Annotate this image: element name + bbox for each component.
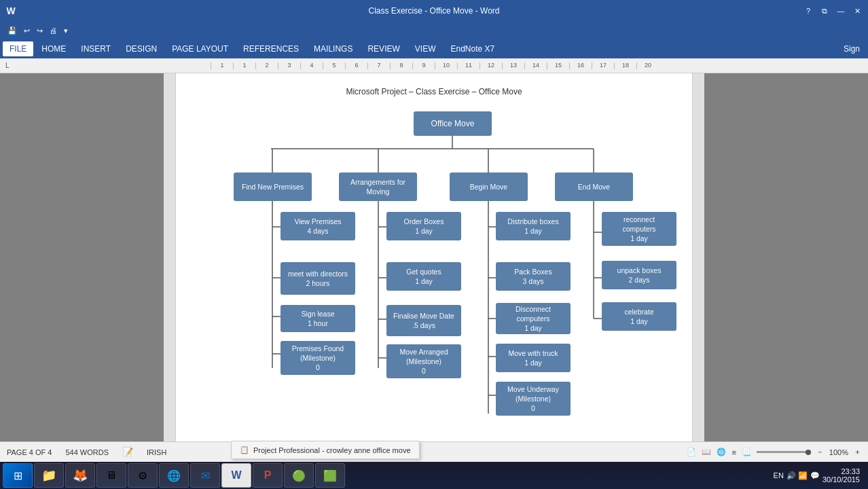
notification-popup: 📋 Project Professional - crowley anne of… <box>231 441 420 459</box>
quick-access-toolbar: 💾 ↩ ↪ 🖨 ▾ <box>0 22 868 39</box>
title-bar-controls: ? ⧉ — ✕ <box>803 5 863 16</box>
taskbar-control-panel[interactable]: ⚙ <box>128 463 158 488</box>
restore-icon[interactable]: ⧉ <box>819 5 830 16</box>
tab-home[interactable]: HOME <box>35 41 73 56</box>
ruler-mark: 20 <box>636 62 659 69</box>
sign-button[interactable]: Sign <box>838 43 865 55</box>
ruler-mark: 5 <box>323 62 345 69</box>
language-indicator[interactable]: IRISH <box>147 448 166 456</box>
tray-notification-icon[interactable]: 💬 <box>810 471 820 480</box>
tray-clock: 23:33 30/10/2015 <box>822 467 860 484</box>
customize-qat-icon[interactable]: ▾ <box>62 26 70 36</box>
node-sign-lease: Sign lease 1 hour <box>281 305 355 332</box>
title-bar: W Class Exercise - Office Move - Word ? … <box>0 0 868 22</box>
undo-qat-icon[interactable]: ↩ <box>22 26 32 36</box>
tab-endnote[interactable]: EndNote X7 <box>444 41 501 56</box>
ruler-mark: 15 <box>547 62 569 69</box>
left-margin <box>164 73 176 441</box>
draft-icon[interactable]: 📃 <box>742 448 751 456</box>
tab-references[interactable]: REFERENCES <box>236 41 306 56</box>
node-unpack-boxes: unpack boxes 2 days <box>602 261 676 289</box>
tab-insert[interactable]: INSERT <box>74 41 117 56</box>
ribbon-tabs: FILE HOME INSERT DESIGN PAGE LAYOUT REFE… <box>0 39 868 58</box>
ruler-mark: 2 <box>255 62 278 69</box>
node-begin-move: Begin Move <box>450 173 528 201</box>
ruler-mark: 4 <box>300 62 323 69</box>
outline-icon[interactable]: ≡ <box>731 448 736 456</box>
save-qat-icon[interactable]: 💾 <box>5 26 19 36</box>
window-title: Class Exercise - Office Move - Word <box>369 6 500 16</box>
zoom-out-icon[interactable]: － <box>816 447 824 457</box>
node-reconnect-computers: reconnect computers 1 day <box>602 212 676 246</box>
ruler-mark: 18 <box>614 62 636 69</box>
ruler-mark: 14 <box>524 62 547 69</box>
minimize-icon[interactable]: — <box>835 5 846 16</box>
ruler-mark: 6 <box>345 62 367 69</box>
view-print-icon[interactable]: 📄 <box>687 448 696 456</box>
document-area: Microsoft Project – Class Exercise – Off… <box>0 73 868 441</box>
right-scrollbar[interactable] <box>692 73 704 441</box>
system-tray: EN 🔊 📶 💬 23:33 30/10/2015 <box>768 467 865 484</box>
ruler-marks: 1 1 2 3 4 5 6 7 8 9 10 11 12 13 14 15 16… <box>211 62 659 69</box>
taskbar-word[interactable]: W <box>221 463 251 488</box>
proofing-icon[interactable]: 📝 <box>122 447 133 457</box>
ruler-mark: 10 <box>435 62 457 69</box>
title-bar-left: W <box>5 5 16 16</box>
ruler-mark: 9 <box>412 62 435 69</box>
taskbar-computer[interactable]: 🖥 <box>96 463 126 488</box>
popup-text: Project Professional - crowley anne offi… <box>253 446 411 454</box>
page-header: Microsoft Project – Class Exercise – Off… <box>196 87 672 96</box>
tray-lang: EN <box>774 471 784 479</box>
tab-file[interactable]: FILE <box>3 41 33 56</box>
node-pack-boxes: Pack Boxes 3 days <box>496 262 571 291</box>
taskbar-ie[interactable]: 🌐 <box>159 463 189 488</box>
taskbar-folder[interactable]: 📁 <box>34 463 64 488</box>
node-get-quotes: Get quotes 1 day <box>386 262 461 291</box>
node-find-new-premises: Find New Premises <box>234 173 312 201</box>
start-button[interactable]: ⊞ <box>3 463 33 488</box>
view-web-icon[interactable]: 🌐 <box>717 448 726 456</box>
tab-page-layout[interactable]: PAGE LAYOUT <box>165 41 235 56</box>
page-indicator: PAGE 4 OF 4 <box>7 448 52 456</box>
ruler-mark: 1 <box>233 62 255 69</box>
view-read-icon[interactable]: 📖 <box>702 448 711 456</box>
ruler-mark: 17 <box>592 62 614 69</box>
redo-qat-icon[interactable]: ↪ <box>35 26 45 36</box>
help-icon[interactable]: ? <box>803 5 814 16</box>
ruler-mark: 11 <box>457 62 480 69</box>
node-meet-directors: meet with directors 2 hours <box>281 262 355 295</box>
tab-mailings[interactable]: MAILINGS <box>307 41 359 56</box>
taskbar-green1[interactable]: 🟢 <box>284 463 314 488</box>
tab-view[interactable]: VIEW <box>408 41 443 56</box>
tab-design[interactable]: DESIGN <box>119 41 164 56</box>
taskbar-outlook[interactable]: ✉ <box>190 463 220 488</box>
print-qat-icon[interactable]: 🖨 <box>48 26 59 35</box>
zoom-level: 100% <box>829 448 848 456</box>
taskbar-green2[interactable]: 🟩 <box>315 463 345 488</box>
zoom-in-icon[interactable]: ＋ <box>854 447 861 457</box>
status-right: 📄 📖 🌐 ≡ 📃 － 100% ＋ <box>687 447 861 457</box>
zoom-slider[interactable] <box>757 451 811 453</box>
tab-review[interactable]: REVIEW <box>361 41 406 56</box>
popup-icon: 📋 <box>240 446 249 454</box>
word-icon: W <box>5 5 16 16</box>
ruler-mark: 13 <box>502 62 524 69</box>
taskbar-firefox[interactable]: 🦊 <box>65 463 95 488</box>
taskbar: ⊞ 📁 🦊 🖥 ⚙ 🌐 ✉ W P 🟢 🟩 EN 🔊 📶 💬 23:33 30/… <box>0 462 868 489</box>
ruler-mark: 12 <box>480 62 502 69</box>
node-end-move: End Move <box>555 173 633 201</box>
ruler-mark: 3 <box>278 62 300 69</box>
taskbar-powerpoint[interactable]: P <box>253 463 283 488</box>
node-order-boxes: Order Boxes 1 day <box>386 212 461 240</box>
ruler-mark: 8 <box>390 62 412 69</box>
node-arrangements-moving: Arrangements for Moving <box>339 173 417 201</box>
ruler: L 1 1 2 3 4 5 6 7 8 9 10 11 12 13 14 15 … <box>0 58 868 73</box>
node-root: Office Move <box>414 111 492 136</box>
node-move-arranged: Move Arranged (Milestone) 0 <box>386 344 461 378</box>
word-count: 544 WORDS <box>65 448 109 456</box>
node-view-premises: View Premises 4 days <box>281 212 355 240</box>
close-icon[interactable]: ✕ <box>852 5 863 16</box>
wbs-diagram: Office Move Find New Premises Arrangemen… <box>203 105 665 441</box>
node-celebrate: celebrate 1 day <box>602 302 676 331</box>
node-distribute-boxes: Distribute boxes 1 day <box>496 212 571 240</box>
